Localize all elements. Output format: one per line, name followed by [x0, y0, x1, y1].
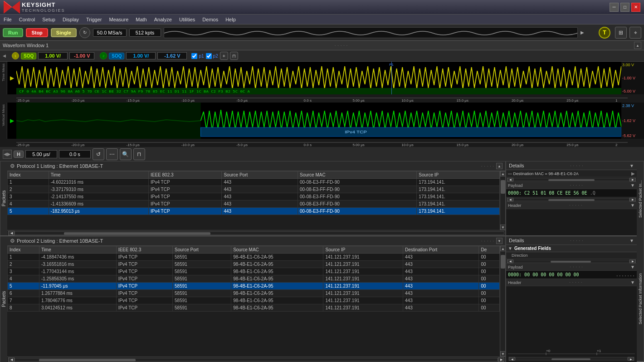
- ch1-offset-value[interactable]: -1.00 V: [69, 52, 94, 59]
- dir-scroll-right[interactable]: ▶: [629, 259, 636, 263]
- detail-top-collapse[interactable]: ▼: [629, 163, 634, 168]
- proto2-scroll-up[interactable]: ▲: [500, 246, 505, 251]
- payload-scroll-right[interactable]: ▶: [629, 198, 636, 201]
- proto1-scroll-thumb[interactable]: [501, 180, 505, 194]
- dir-scroll-thumb[interactable]: [551, 261, 591, 263]
- menu-analyze[interactable]: Analyze: [154, 17, 172, 22]
- proto2-cell-sport: 58591: [173, 254, 231, 261]
- p1-checkbox[interactable]: [191, 53, 197, 59]
- add-channel-button[interactable]: +: [220, 52, 228, 60]
- proto2-hscroll-thumb[interactable]: [39, 359, 136, 362]
- header2-collapse-btn[interactable]: ▼: [630, 280, 635, 285]
- proto2-hscroll-left[interactable]: ◀: [8, 357, 15, 362]
- ch1-trigger-arrow[interactable]: ▶: [10, 75, 14, 81]
- payload2-collapse-btn[interactable]: ▼: [630, 264, 635, 269]
- bottom-scroll-left[interactable]: ◀: [509, 357, 515, 361]
- table-row[interactable]: 7 1.78046776 ms IPv4 TCP 58591 98-4B-E1-…: [8, 297, 500, 304]
- protocol2-collapse[interactable]: ▼: [496, 238, 503, 244]
- table-row[interactable]: 2 -3.16551816 ms IPv4 TCP 58591 98-4B-E1…: [8, 261, 500, 268]
- table-row[interactable]: 1 -4.18847436 ms IPv4 TCP 58591 98-4B-E1…: [8, 254, 500, 261]
- dest-mac-hscrollbar[interactable]: [513, 178, 629, 181]
- minimize-button[interactable]: ─: [610, 3, 619, 12]
- proto1-hscroll-left[interactable]: ◀: [8, 231, 15, 235]
- h-scale-value[interactable]: 5.00 μs/: [25, 150, 57, 158]
- bottom-scroll-thumb[interactable]: [551, 358, 590, 360]
- gen-fields-collapse-icon[interactable]: ▼: [508, 246, 512, 251]
- table-row[interactable]: 6 1.26777884 ms IPv4 TCP 58591 98-4B-E1-…: [8, 290, 500, 297]
- payload-scroll-left[interactable]: ◀: [507, 198, 513, 201]
- ch2-trigger-arrow[interactable]: ▶: [10, 117, 14, 124]
- proto1-scroll-up[interactable]: ▲: [500, 171, 505, 176]
- table-row[interactable]: 4 -1.25856305 ms IPv4 TCP 58591 98-4B-E1…: [8, 275, 500, 283]
- h-zoom-button[interactable]: 🔍: [120, 148, 132, 160]
- proto2-hscrollbar[interactable]: [15, 358, 498, 362]
- payload-hscrollbar[interactable]: [513, 198, 629, 201]
- protocol1-table: Index Time IEEE 802.3 Source Port Source…: [7, 171, 500, 215]
- h-marker-button[interactable]: ⊓: [133, 148, 145, 160]
- dest-mac-scroll-thumb[interactable]: [548, 179, 595, 181]
- menu-help[interactable]: Help: [225, 17, 236, 22]
- menu-setup[interactable]: Setup: [42, 17, 55, 22]
- close-button[interactable]: ✕: [631, 3, 640, 12]
- ch2-scale-value[interactable]: 1.00 V/: [126, 52, 156, 59]
- waveform-scroll-left[interactable]: ◀▶: [3, 150, 12, 159]
- dest-mac-scroll-right[interactable]: ▶: [631, 171, 635, 176]
- proto1-scroll-down[interactable]: ▼: [500, 225, 505, 230]
- trigger-button[interactable]: T: [599, 27, 610, 39]
- proto2-scroll-down[interactable]: ▼: [500, 351, 505, 357]
- ch1-scale-value[interactable]: 1.00 V/: [38, 52, 68, 59]
- dest-mac-scroll-right2[interactable]: ▶: [629, 178, 636, 181]
- menu-math[interactable]: Math: [136, 17, 146, 22]
- table-row[interactable]: 4 -1.41336609 ms IPv4 TCP 443 00-08-E3-F…: [8, 201, 500, 208]
- measure-button[interactable]: ⊓: [230, 52, 238, 60]
- h-reset-button[interactable]: ↺: [93, 148, 104, 160]
- dir-scroll-left[interactable]: ◀: [507, 259, 513, 263]
- table-row[interactable]: 3 -1.77043144 ms IPv4 TCP 58591 98-4B-E1…: [8, 268, 500, 275]
- bottom-hscrollbar[interactable]: [515, 357, 628, 360]
- table-row[interactable]: 2 -3.37179310 ms IPv4 TCP 443 00-08-E3-F…: [8, 186, 500, 193]
- menu-demos[interactable]: Demos: [202, 17, 218, 22]
- dir-hscrollbar[interactable]: [513, 260, 629, 263]
- protocol2-vscrollbar[interactable]: ▲ ▼: [500, 246, 505, 357]
- single-button[interactable]: Single: [51, 28, 77, 37]
- menu-trigger[interactable]: Trigger: [86, 17, 102, 22]
- proto2-hscroll-right[interactable]: ▶: [498, 357, 504, 362]
- menu-file[interactable]: File: [4, 17, 12, 22]
- proto1-hscrollbar[interactable]: [15, 231, 504, 235]
- memory-depth-display[interactable]: 512 kpts: [129, 29, 161, 37]
- protocol1-collapse[interactable]: ▲: [496, 163, 503, 169]
- toolbar-zoom-button[interactable]: ⊞: [615, 27, 627, 39]
- maximize-button[interactable]: □: [620, 3, 629, 12]
- proto1-hscroll-thumb[interactable]: [64, 232, 210, 235]
- table-row[interactable]: 5 -182.95013 μs IPv4 TCP 443 00-08-E3-FF…: [8, 208, 500, 215]
- detail-bottom-collapse[interactable]: ▼: [629, 238, 634, 243]
- bottom-scroll-right[interactable]: ▶: [628, 357, 634, 361]
- run-button[interactable]: Run: [3, 28, 23, 37]
- table-row[interactable]: 5 -11.97045 μs IPv4 TCP 58591 98-4B-E1-C…: [8, 283, 500, 290]
- protocol1-gear-icon[interactable]: ⚙: [10, 163, 15, 169]
- stop-button[interactable]: Stop: [26, 28, 48, 37]
- dest-mac-scroll-left[interactable]: ◀: [507, 178, 513, 181]
- toolbar-cursor-button[interactable]: ⌖: [629, 27, 641, 39]
- table-row[interactable]: 3 -2.14137550 ms IPv4 TCP 443 00-08-E3-F…: [8, 193, 500, 201]
- protocol2-gear-icon[interactable]: ⚙: [10, 238, 15, 244]
- ch1-expand-button[interactable]: ◀: [3, 54, 10, 58]
- ch2-offset-value[interactable]: -1.62 V: [157, 52, 187, 59]
- payload-collapse-btn[interactable]: ▼: [630, 183, 635, 188]
- menu-control[interactable]: Control: [19, 17, 35, 22]
- p2-checkbox[interactable]: [206, 53, 212, 59]
- payload-scroll-thumb[interactable]: [548, 199, 595, 201]
- header-collapse-btn[interactable]: ▼: [630, 203, 635, 208]
- proto2-scroll-thumb[interactable]: [501, 255, 505, 269]
- protocol1-vscrollbar[interactable]: ▲ ▼: [500, 171, 505, 230]
- h-menu-button[interactable]: ⋯: [106, 148, 118, 160]
- waveform-collapse-button[interactable]: ▲: [634, 42, 641, 49]
- table-row[interactable]: 1 -4.60221016 ms IPv4 TCP 443 00-08-E3-F…: [8, 179, 500, 186]
- menu-utilities[interactable]: Utilities: [179, 17, 195, 22]
- mode-toggle-button[interactable]: ↻: [79, 27, 90, 38]
- sample-rate-display[interactable]: 50.0 MSa/s: [93, 29, 127, 37]
- menu-display[interactable]: Display: [63, 17, 79, 22]
- table-row[interactable]: 8 3.04124512 ms IPv4 TCP 58591 98-4B-E1-…: [8, 304, 500, 312]
- h-offset-value[interactable]: 0.0 s: [59, 150, 91, 158]
- menu-measure[interactable]: Measure: [109, 17, 128, 22]
